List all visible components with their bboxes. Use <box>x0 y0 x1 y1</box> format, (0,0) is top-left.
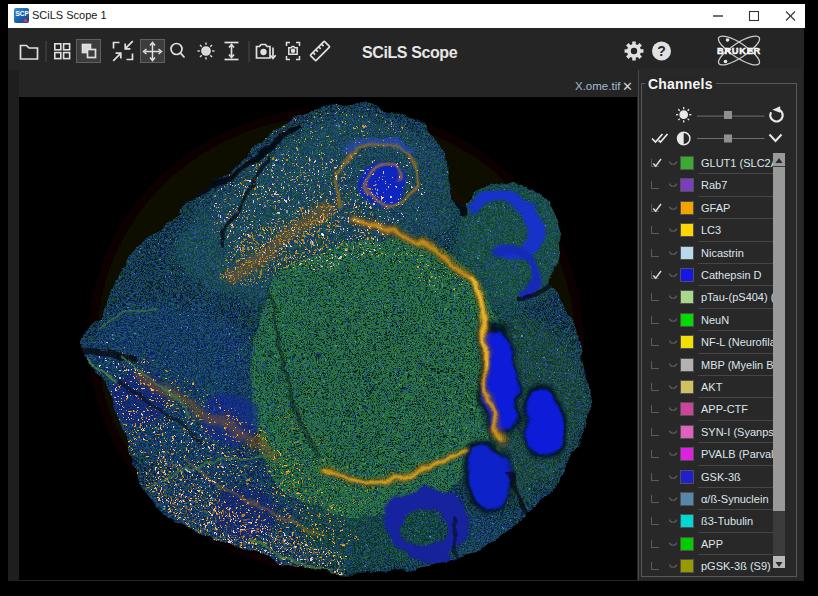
svg-text:?: ? <box>657 43 666 59</box>
svg-text:BRUKER: BRUKER <box>717 46 761 56</box>
